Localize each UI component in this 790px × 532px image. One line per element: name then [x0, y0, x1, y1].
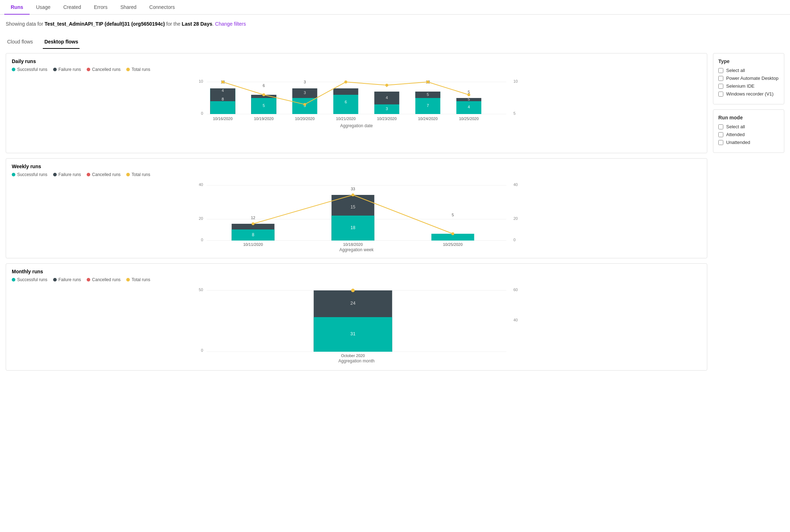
svg-point-49	[304, 103, 306, 106]
type-power-automate-desktop-label: Power Automate Desktop	[726, 76, 779, 81]
svg-rect-29	[333, 88, 358, 95]
svg-text:Aggregation date: Aggregation date	[340, 123, 373, 128]
nav-tabs: Runs Usage Created Errors Shared Connect…	[0, 0, 790, 15]
svg-text:3: 3	[304, 91, 306, 95]
legend-weekly-cancelled: Cancelled runs	[87, 172, 121, 177]
weekly-runs-chart: 40 20 0 40 20 0	[12, 181, 701, 253]
svg-point-84	[452, 232, 454, 235]
svg-text:8: 8	[221, 97, 224, 101]
svg-rect-28	[333, 95, 358, 114]
legend-failure-runs: Failure runs	[53, 67, 81, 72]
type-filter-title: Type	[718, 58, 779, 64]
monthly-runs-legend: Successful runs Failure runs Cancelled r…	[12, 277, 701, 282]
type-filter-card: Type Select all Power Automate Desktop S…	[713, 53, 784, 104]
legend-weekly-successful: Successful runs	[12, 172, 47, 177]
svg-point-82	[252, 222, 255, 225]
tab-created[interactable]: Created	[57, 0, 87, 14]
svg-text:33: 33	[351, 187, 355, 191]
tab-connectors[interactable]: Connectors	[143, 0, 182, 14]
svg-point-50	[345, 81, 347, 83]
svg-text:40: 40	[514, 182, 518, 187]
info-period: Last 28 Days	[182, 21, 213, 27]
type-selenium-ide-item[interactable]: Selenium IDE	[718, 83, 779, 89]
svg-text:4: 4	[468, 105, 470, 109]
legend-monthly-failure: Failure runs	[53, 277, 81, 282]
svg-text:10/25/2020: 10/25/2020	[443, 242, 463, 247]
type-select-all-label: Select all	[726, 68, 745, 73]
type-power-automate-desktop-item[interactable]: Power Automate Desktop	[718, 76, 779, 81]
tab-errors[interactable]: Errors	[87, 0, 114, 14]
runmode-unattended-item[interactable]: Unattended	[718, 140, 779, 145]
type-windows-recorder-item[interactable]: Windows recorder (V1)	[718, 91, 779, 97]
type-windows-recorder-checkbox[interactable]	[718, 92, 723, 97]
sidebar-column: Type Select all Power Automate Desktop S…	[713, 53, 784, 371]
monthly-runs-chart: 50 0 60 40 31	[12, 286, 701, 365]
svg-text:7: 7	[427, 103, 429, 108]
tab-usage[interactable]: Usage	[30, 0, 57, 14]
legend-cancelled-runs: Cancelled runs	[87, 67, 121, 72]
info-environment: Test_test_AdminAPI_TIP (default)31 (org5…	[45, 21, 165, 27]
legend-total-runs: Total runs	[126, 67, 150, 72]
monthly-runs-title: Monthly runs	[12, 269, 701, 274]
tab-shared[interactable]: Shared	[114, 0, 143, 14]
monthly-runs-card: Monthly runs Successful runs Failure run…	[6, 263, 707, 371]
runmode-attended-item[interactable]: Attended	[718, 132, 779, 137]
svg-text:8: 8	[252, 232, 254, 237]
svg-text:40: 40	[514, 318, 518, 322]
daily-runs-chart: 10 0 10 5	[12, 76, 701, 148]
subtab-cloud-flows[interactable]: Cloud flows	[6, 36, 34, 49]
svg-text:10/19/2020: 10/19/2020	[254, 117, 274, 121]
svg-text:31: 31	[350, 331, 355, 336]
weekly-runs-title: Weekly runs	[12, 164, 701, 169]
runmode-unattended-label: Unattended	[726, 140, 750, 145]
svg-text:10: 10	[199, 79, 203, 83]
svg-text:60: 60	[514, 288, 518, 292]
legend-weekly-failure: Failure runs	[53, 172, 81, 177]
svg-text:October 2020: October 2020	[341, 353, 365, 358]
svg-text:5: 5	[427, 92, 429, 97]
svg-text:10/20/2020: 10/20/2020	[295, 117, 315, 121]
type-selenium-ide-checkbox[interactable]	[718, 84, 723, 89]
svg-point-47	[221, 81, 224, 83]
runmode-attended-checkbox[interactable]	[718, 132, 723, 137]
type-select-all-item[interactable]: Select all	[718, 68, 779, 73]
svg-text:0: 0	[201, 111, 203, 115]
type-power-automate-desktop-checkbox[interactable]	[718, 76, 723, 81]
runmode-select-all-item[interactable]: Select all	[718, 124, 779, 129]
main-layout: Daily runs Successful runs Failure runs …	[0, 49, 790, 375]
svg-text:10/25/2020: 10/25/2020	[459, 117, 479, 121]
runmode-filter-title: Run mode	[718, 115, 779, 120]
svg-text:18: 18	[351, 225, 356, 230]
svg-point-99	[351, 289, 355, 292]
daily-runs-card: Daily runs Successful runs Failure runs …	[6, 53, 707, 153]
sub-tabs: Cloud flows Desktop flows	[0, 33, 790, 49]
svg-text:10/18/2020: 10/18/2020	[343, 242, 363, 247]
svg-point-52	[427, 81, 429, 83]
type-select-all-checkbox[interactable]	[718, 68, 723, 73]
runmode-attended-label: Attended	[726, 132, 745, 137]
info-middle: for the	[165, 21, 182, 27]
subtab-desktop-flows[interactable]: Desktop flows	[43, 36, 80, 49]
type-windows-recorder-label: Windows recorder (V1)	[726, 91, 774, 97]
svg-text:Aggregation week: Aggregation week	[339, 247, 374, 252]
svg-text:4: 4	[221, 88, 224, 93]
svg-point-53	[468, 93, 470, 96]
svg-text:0: 0	[514, 238, 516, 242]
svg-text:5: 5	[263, 103, 265, 108]
svg-text:20: 20	[514, 216, 518, 221]
svg-point-83	[352, 193, 355, 196]
svg-text:10/11/2020: 10/11/2020	[243, 242, 263, 247]
legend-monthly-successful: Successful runs	[12, 277, 47, 282]
legend-weekly-total: Total runs	[126, 172, 150, 177]
svg-text:5: 5	[468, 97, 470, 101]
svg-text:Aggregation month: Aggregation month	[338, 358, 374, 363]
svg-text:6: 6	[263, 83, 265, 88]
runmode-select-all-checkbox[interactable]	[718, 124, 723, 129]
svg-point-48	[263, 93, 265, 96]
svg-text:5: 5	[452, 213, 454, 217]
tab-runs[interactable]: Runs	[4, 0, 30, 14]
change-filters-link[interactable]: Change filters	[215, 21, 246, 27]
legend-monthly-cancelled: Cancelled runs	[87, 277, 121, 282]
svg-text:20: 20	[199, 216, 203, 221]
runmode-unattended-checkbox[interactable]	[718, 140, 723, 145]
